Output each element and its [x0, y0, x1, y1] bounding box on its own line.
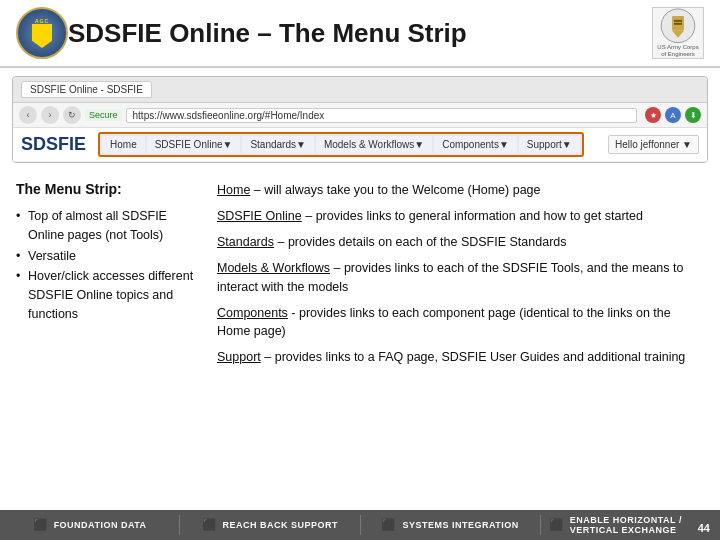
secure-badge: Secure — [85, 109, 122, 121]
desc-standards: Standards – provides details on each of … — [217, 233, 704, 251]
site-nav-items-container: Home SDSFIE Online▼ Standards▼ Models & … — [98, 132, 584, 157]
link-standards: Standards — [217, 235, 274, 249]
footer-item-systems: ⬛ SYSTEMS INTEGRATION — [361, 515, 541, 535]
browser-mockup: SDSFIE Online - SDSFIE ‹ › ↻ Secure http… — [12, 76, 708, 163]
systems-icon: ⬛ — [381, 518, 396, 532]
main-content: The Menu Strip: Top of almost all SDSFIE… — [0, 171, 720, 523]
site-logo: SDSFIE — [21, 134, 86, 155]
nav-item-components[interactable]: Components▼ — [434, 136, 517, 153]
forward-button[interactable]: › — [41, 106, 59, 124]
browser-icon-3[interactable]: ⬇ — [685, 107, 701, 123]
desc-sdsfie-online-text: – provides links to general information … — [302, 209, 643, 223]
right-column: Home – will always take you to the Welco… — [217, 181, 704, 513]
page-title: SDSFIE Online – The Menu Strip — [68, 18, 652, 49]
list-item: Top of almost all SDSFIE Online pages (n… — [16, 207, 201, 245]
desc-sdsfie-online: SDSFIE Online – provides links to genera… — [217, 207, 704, 225]
footer-text-systems: SYSTEMS INTEGRATION — [402, 520, 518, 530]
nav-item-sdsfie-online[interactable]: SDSFIE Online▼ — [147, 136, 241, 153]
agc-arc-text: AGC — [35, 18, 49, 24]
svg-rect-3 — [674, 23, 682, 25]
menu-strip-label: The Menu Strip: — [16, 181, 201, 197]
svg-rect-2 — [674, 20, 682, 22]
desc-home: Home – will always take you to the Welco… — [217, 181, 704, 199]
footer-text-foundation: FOUNDATION DATA — [54, 520, 147, 530]
agc-shield — [32, 24, 52, 48]
emblem-text: US Army Corpsof Engineers — [657, 44, 698, 58]
site-navbar: SDSFIE Home SDSFIE Online▼ Standards▼ Mo… — [13, 128, 707, 162]
nav-item-home[interactable]: Home — [102, 136, 145, 153]
reachback-icon: ⬛ — [202, 518, 217, 532]
link-support: Support — [217, 350, 261, 364]
list-item: Versatile — [16, 247, 201, 266]
agc-logo: AGC — [16, 7, 68, 59]
page-number: 44 — [698, 522, 710, 534]
link-home: Home — [217, 183, 250, 197]
nav-item-support[interactable]: Support▼ — [519, 136, 580, 153]
footer-item-foundation: ⬛ FOUNDATION DATA — [0, 515, 180, 535]
footer-items: ⬛ FOUNDATION DATA ⬛ REACH BACK SUPPORT ⬛… — [0, 515, 720, 535]
nav-item-standards[interactable]: Standards▼ — [242, 136, 313, 153]
desc-standards-text: – provides details on each of the SDSFIE… — [274, 235, 567, 249]
desc-home-text: – will always take you to the Welcome (H… — [250, 183, 540, 197]
browser-action-icons: ★ A ⬇ — [645, 107, 701, 123]
browser-nav-bar: ‹ › ↻ Secure https://www.sdsfieeonline.o… — [13, 103, 707, 128]
foundation-icon: ⬛ — [33, 518, 48, 532]
address-bar[interactable]: https://www.sdsfieeonline.org/#Home/Inde… — [126, 108, 637, 123]
link-components: Components — [217, 306, 288, 320]
list-item: Hover/click accesses different SDSFIE On… — [16, 267, 201, 323]
browser-icon-2[interactable]: A — [665, 107, 681, 123]
footer: ⬛ FOUNDATION DATA ⬛ REACH BACK SUPPORT ⬛… — [0, 510, 720, 540]
browser-icon-1[interactable]: ★ — [645, 107, 661, 123]
footer-item-reachback: ⬛ REACH BACK SUPPORT — [180, 515, 360, 535]
bullet-list: Top of almost all SDSFIE Online pages (n… — [16, 207, 201, 324]
desc-support-text: – provides links to a FAQ page, SDSFIE U… — [261, 350, 686, 364]
link-sdsfie-online: SDSFIE Online — [217, 209, 302, 223]
footer-text-reachback: REACH BACK SUPPORT — [223, 520, 339, 530]
footer-item-horizontal: ⬛ ENABLE HORIZONTAL / VERTICAL EXCHANGE — [541, 515, 720, 535]
nav-item-models-workflows[interactable]: Models & Workflows▼ — [316, 136, 432, 153]
link-models-workflows: Models & Workflows — [217, 261, 330, 275]
back-button[interactable]: ‹ — [19, 106, 37, 124]
desc-components: Components - provides links to each comp… — [217, 304, 704, 340]
user-menu[interactable]: Hello jeffonner ▼ — [608, 135, 699, 154]
browser-tab[interactable]: SDSFIE Online - SDSFIE — [21, 81, 152, 98]
left-column: The Menu Strip: Top of almost all SDSFIE… — [16, 181, 201, 513]
desc-support: Support – provides links to a FAQ page, … — [217, 348, 704, 366]
header: AGC SDSFIE Online – The Menu Strip US Ar… — [0, 0, 720, 68]
horizontal-icon: ⬛ — [549, 518, 564, 532]
desc-models-workflows: Models & Workflows – provides links to e… — [217, 259, 704, 295]
footer-text-horizontal: ENABLE HORIZONTAL / VERTICAL EXCHANGE — [570, 515, 712, 535]
browser-tab-bar: SDSFIE Online - SDSFIE — [13, 77, 707, 103]
army-corps-emblem: US Army Corpsof Engineers — [652, 7, 704, 59]
reload-button[interactable]: ↻ — [63, 106, 81, 124]
